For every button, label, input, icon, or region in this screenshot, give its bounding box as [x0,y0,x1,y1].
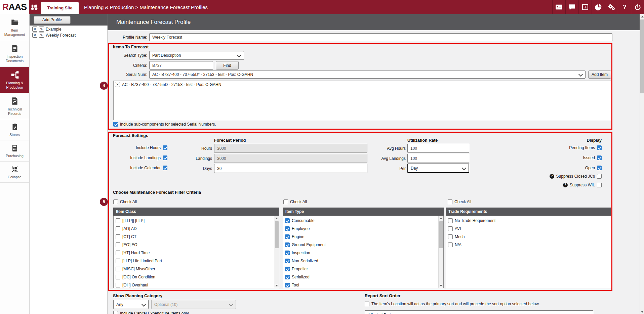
filter-option[interactable]: Serialized [283,273,443,281]
check-all-trade-checkbox[interactable] [448,199,452,204]
checkbox[interactable] [285,275,290,279]
check-all-item-class-checkbox[interactable] [113,199,118,204]
filter-option[interactable]: Ground Equipment [283,241,443,249]
add-item-button[interactable]: Add Item [588,71,611,79]
filter-option[interactable]: [EO] EO [114,241,279,249]
check-all-trade-row[interactable]: Check All [448,199,471,204]
location-primary-sort-checkbox[interactable] [365,302,369,306]
avg-landings-input[interactable]: 100 [407,154,469,163]
planning-any-select[interactable]: Any [113,300,149,309]
checkbox[interactable] [116,226,120,231]
checkbox[interactable] [448,218,453,223]
profile-name-input[interactable]: Weekly Forecast [149,33,612,41]
sidebar-item-item-management[interactable]: Item Management [0,14,29,40]
selected-serials-listbox[interactable]: AC - B737-400 - 737-55D - 27153 - test -… [113,81,611,120]
profile-list-item[interactable]: Weekly Forecast [30,32,107,38]
checkbox[interactable] [285,226,290,231]
delete-profile-icon[interactable] [32,33,37,38]
include-calendar-row[interactable]: Include Calendar [108,166,167,170]
filter-option[interactable]: No Trade Requirement [446,217,611,225]
pie-chart-icon[interactable] [592,0,605,14]
checkbox[interactable] [285,259,290,263]
filter-option[interactable]: Non-Serialized [283,257,443,265]
checkbox[interactable] [448,234,453,239]
delete-profile-icon[interactable] [32,27,37,32]
filter-option[interactable]: [LLP] Life Limited Part [114,257,279,265]
search-type-select[interactable]: Part Description [149,51,244,60]
page-scrollbar[interactable] [640,14,644,314]
profile-list-item[interactable]: Example [30,26,107,32]
filter-option[interactable]: Tool [283,281,443,289]
sidebar-item-planning-production[interactable]: Planning & Production [0,67,29,93]
open-checkbox[interactable] [597,166,602,170]
filter-option[interactable]: Engine [283,233,443,241]
filter-option[interactable]: Mech [446,233,611,241]
serial-num-select[interactable]: AC - B737-400 - 737-55D* - 27153 - test … [149,71,586,79]
suppress-closed-jcs-row[interactable]: ? Suppress Closed JCs [484,174,602,179]
checkbox[interactable] [285,251,290,255]
pending-items-checkbox[interactable] [597,145,602,150]
days-input[interactable]: 30 [214,164,367,173]
open-row[interactable]: Open [484,166,602,170]
sidebar-item-collapse[interactable]: Collapse [0,162,29,183]
filter-option[interactable]: [MISC] Misc/Other [114,265,279,273]
checkbox[interactable] [116,259,120,263]
checkbox[interactable] [285,242,290,247]
item-class-scrollbar[interactable] [274,216,279,288]
checkbox[interactable] [116,275,120,279]
location-primary-sort-row[interactable]: The item's Location will act as the prim… [365,302,540,306]
selected-serial-row[interactable]: AC - B737-400 - 737-55D - 27153 - test -… [114,81,611,87]
suppress-closed-jcs-checkbox[interactable] [597,174,602,179]
suppress-wil-row[interactable]: ? Suppress WIL [484,183,602,187]
add-profile-button[interactable]: Add Profile [34,16,71,24]
include-hours-row[interactable]: Include Hours [108,145,167,150]
pending-items-row[interactable]: Pending Items [484,145,602,150]
sidebar-item-technical-records[interactable]: Technical Records [0,93,29,119]
issued-checkbox[interactable] [597,155,602,160]
find-button[interactable]: Find [216,61,239,70]
chat-icon[interactable] [565,0,578,14]
filter-option[interactable]: [HT] Hard Time [114,249,279,257]
filter-option[interactable]: AVI [446,225,611,233]
filter-option[interactable]: [CT] CT [114,233,279,241]
help-circle-icon[interactable]: ? [563,183,568,187]
include-landings-checkbox[interactable] [163,155,167,160]
filter-option[interactable]: N/A [446,241,611,249]
raas-logo[interactable]: RAAS [0,0,29,14]
capex-checkbox[interactable] [113,311,118,314]
checkbox[interactable] [285,267,290,271]
filter-option[interactable]: Inspection [283,249,443,257]
check-all-item-type-row[interactable]: Check All [283,199,307,204]
avg-hours-input[interactable]: 100 [407,144,469,153]
help-circle-icon[interactable]: ? [550,174,554,179]
issued-row[interactable]: Issued [484,155,602,160]
check-all-item-class-row[interactable]: Check All [113,199,137,204]
help-icon[interactable]: ? [618,0,631,14]
sidebar-item-purchasing[interactable]: Purchasing [0,140,29,162]
id-card-icon[interactable] [552,0,565,14]
filter-option[interactable]: [AD] AD [114,225,279,233]
checkbox[interactable] [285,283,290,287]
filter-option[interactable]: [OH] Overhaul [114,281,279,289]
checkbox[interactable] [448,226,453,231]
include-calendar-checkbox[interactable] [163,166,167,170]
checkbox[interactable] [116,218,120,223]
tab-training-site[interactable]: Training Site [41,2,79,14]
x-checkbox-icon[interactable] [115,82,120,87]
checkbox[interactable] [285,234,290,239]
filter-option[interactable]: [[LLP]] [LLP] [114,217,279,225]
filter-option[interactable]: [OC] On Condition [114,273,279,281]
checkbox[interactable] [116,234,120,239]
suppress-wil-checkbox[interactable] [597,183,602,187]
checkbox[interactable] [116,283,120,287]
filter-option[interactable]: Propeller [283,265,443,273]
include-subcomponents-row[interactable]: Include sub-components for selected Seri… [113,122,216,127]
checkbox[interactable] [285,218,290,223]
filter-option[interactable]: Consumable [283,217,443,225]
edit-profile-icon[interactable] [39,27,44,32]
checkbox[interactable] [448,242,453,247]
edit-profile-icon[interactable] [39,33,44,38]
per-select[interactable]: Day [407,164,469,173]
checkbox[interactable] [116,251,120,255]
filter-option[interactable]: Employee [283,225,443,233]
